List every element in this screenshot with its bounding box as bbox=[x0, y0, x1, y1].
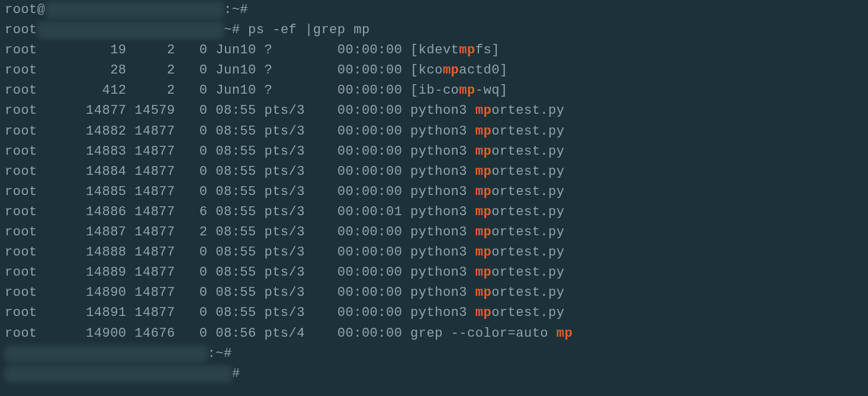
prompt-line-1: root@xxxxxxxxxxxxxxxxxxxxxx:~# bbox=[5, 0, 863, 20]
command-text: ps -ef |grep mp bbox=[248, 23, 370, 37]
process-row: root 14890 14877 0 08:55 pts/3 00:00:00 … bbox=[5, 283, 863, 303]
process-columns: root 28 2 0 Jun10 ? 00:00:00 bbox=[5, 63, 410, 78]
grep-match: mp bbox=[475, 144, 491, 159]
process-row: root 14887 14877 2 08:55 pts/3 00:00:00 … bbox=[5, 222, 863, 242]
process-columns: root 14900 14676 0 08:56 pts/4 00:00:00 bbox=[5, 326, 410, 341]
process-columns: root 14891 14877 0 08:55 pts/3 00:00:00 bbox=[5, 305, 410, 320]
process-cmd-pre: python3 bbox=[410, 225, 475, 239]
prompt-suffix: ~# bbox=[224, 23, 248, 37]
process-cmd-post: ortest.py bbox=[491, 184, 564, 199]
prompt-line-2: rootxxxxxxxxxxxxxxxxxxxxxxx~# ps -ef |gr… bbox=[5, 20, 863, 40]
process-cmd-pre: python3 bbox=[410, 164, 475, 179]
process-columns: root 412 2 0 Jun10 ? 00:00:00 bbox=[5, 83, 410, 98]
process-cmd-post: ortest.py bbox=[491, 164, 564, 179]
redacted-host: xxxxxxxxxxxxxxxxxxxxxxx bbox=[37, 20, 224, 40]
grep-match: mp bbox=[475, 164, 491, 179]
process-cmd-pre: python3 bbox=[410, 144, 475, 159]
process-cmd-pre: python3 bbox=[410, 285, 475, 300]
process-cmd-post: ortest.py bbox=[491, 265, 564, 280]
grep-match: mp bbox=[475, 225, 491, 239]
process-cmd-pre: python3 bbox=[410, 245, 475, 260]
process-columns: root 14884 14877 0 08:55 pts/3 00:00:00 bbox=[5, 164, 410, 179]
process-cmd-pre: python3 bbox=[410, 124, 475, 139]
process-cmd-pre: [kdevt bbox=[410, 43, 459, 58]
process-row: root 28 2 0 Jun10 ? 00:00:00 [kcompactd0… bbox=[5, 60, 863, 81]
process-columns: root 14887 14877 2 08:55 pts/3 00:00:00 bbox=[5, 225, 410, 239]
process-row: root 14891 14877 0 08:55 pts/3 00:00:00 … bbox=[5, 303, 863, 323]
process-row: root 19 2 0 Jun10 ? 00:00:00 [kdevtmpfs] bbox=[5, 40, 863, 60]
process-row: root 14886 14877 6 08:55 pts/3 00:00:01 … bbox=[5, 202, 863, 222]
process-row: root 14885 14877 0 08:55 pts/3 00:00:00 … bbox=[5, 182, 863, 202]
grep-match: mp bbox=[557, 326, 573, 341]
process-columns: root 19 2 0 Jun10 ? 00:00:00 bbox=[5, 43, 410, 58]
redacted-host: xxxxxxxxxxxxxxxxxxxxxxxxxxxx bbox=[5, 364, 232, 384]
grep-match: mp bbox=[475, 305, 491, 320]
process-cmd-pre: python3 bbox=[410, 265, 475, 280]
process-columns: root 14890 14877 0 08:55 pts/3 00:00:00 bbox=[5, 285, 410, 300]
prompt-suffix: :~# bbox=[208, 346, 232, 361]
process-columns: root 14886 14877 6 08:55 pts/3 00:00:01 bbox=[5, 205, 410, 219]
process-cmd-post: fs] bbox=[475, 43, 500, 58]
process-columns: root 14888 14877 0 08:55 pts/3 00:00:00 bbox=[5, 245, 410, 260]
process-row: root 14889 14877 0 08:55 pts/3 00:00:00 … bbox=[5, 263, 863, 283]
process-cmd-post: ortest.py bbox=[491, 305, 564, 320]
process-row: root 14877 14579 0 08:55 pts/3 00:00:00 … bbox=[5, 101, 863, 121]
grep-match: mp bbox=[443, 63, 459, 78]
process-columns: root 14883 14877 0 08:55 pts/3 00:00:00 bbox=[5, 144, 410, 159]
grep-match: mp bbox=[459, 83, 475, 98]
process-row: root 412 2 0 Jun10 ? 00:00:00 [ib-comp-w… bbox=[5, 81, 863, 101]
process-cmd-post: ortest.py bbox=[491, 205, 564, 219]
process-cmd-pre: [kco bbox=[410, 63, 443, 78]
process-cmd-post: ortest.py bbox=[491, 285, 564, 300]
prompt-user: root bbox=[5, 23, 37, 37]
redacted-host: xxxxxxxxxxxxxxxxxxxxxx bbox=[46, 0, 224, 20]
process-columns: root 14889 14877 0 08:55 pts/3 00:00:00 bbox=[5, 265, 410, 280]
grep-match: mp bbox=[475, 205, 491, 219]
grep-match: mp bbox=[475, 124, 491, 139]
grep-match: mp bbox=[475, 103, 491, 118]
process-cmd-post: ortest.py bbox=[491, 225, 564, 239]
prompt-line-4: xxxxxxxxxxxxxxxxxxxxxxxxxxxx# bbox=[5, 364, 863, 384]
process-cmd-post: ortest.py bbox=[491, 245, 564, 260]
process-cmd-post: actd0] bbox=[459, 63, 507, 78]
process-row: root 14884 14877 0 08:55 pts/3 00:00:00 … bbox=[5, 162, 863, 182]
process-cmd-pre: [ib-co bbox=[410, 83, 459, 98]
grep-match: mp bbox=[475, 184, 491, 199]
process-row: root 14888 14877 0 08:55 pts/3 00:00:00 … bbox=[5, 242, 863, 263]
redacted-host: xxxxxxxxxxxxxxxxxxxxxxxxx bbox=[5, 344, 208, 364]
prompt-suffix: :~# bbox=[224, 2, 248, 17]
process-cmd-pre: python3 bbox=[410, 184, 475, 199]
grep-match: mp bbox=[475, 245, 491, 260]
process-cmd-post: -wq] bbox=[475, 83, 508, 98]
prompt-suffix: # bbox=[232, 366, 240, 381]
process-row: root 14883 14877 0 08:55 pts/3 00:00:00 … bbox=[5, 142, 863, 162]
process-cmd-post: ortest.py bbox=[491, 124, 564, 139]
process-cmd-post: ortest.py bbox=[491, 144, 564, 159]
process-list: root 19 2 0 Jun10 ? 00:00:00 [kdevtmpfs]… bbox=[5, 40, 863, 343]
prompt-user: root@ bbox=[5, 2, 46, 17]
process-cmd-pre: python3 bbox=[410, 305, 475, 320]
process-row: root 14882 14877 0 08:55 pts/3 00:00:00 … bbox=[5, 122, 863, 142]
grep-match: mp bbox=[475, 265, 491, 280]
grep-match: mp bbox=[475, 285, 491, 300]
process-row: root 14900 14676 0 08:56 pts/4 00:00:00 … bbox=[5, 324, 863, 344]
process-cmd-pre: python3 bbox=[410, 103, 475, 118]
grep-match: mp bbox=[459, 43, 475, 58]
process-cmd-pre: grep --color=auto bbox=[410, 326, 557, 341]
terminal-output[interactable]: root@xxxxxxxxxxxxxxxxxxxxxx:~# rootxxxxx… bbox=[5, 0, 863, 384]
process-cmd-pre: python3 bbox=[410, 205, 475, 219]
process-columns: root 14885 14877 0 08:55 pts/3 00:00:00 bbox=[5, 184, 410, 199]
prompt-line-3: xxxxxxxxxxxxxxxxxxxxxxxxx:~# bbox=[5, 344, 863, 364]
process-columns: root 14877 14579 0 08:55 pts/3 00:00:00 bbox=[5, 103, 410, 118]
process-cmd-post: ortest.py bbox=[491, 103, 564, 118]
process-columns: root 14882 14877 0 08:55 pts/3 00:00:00 bbox=[5, 124, 410, 139]
